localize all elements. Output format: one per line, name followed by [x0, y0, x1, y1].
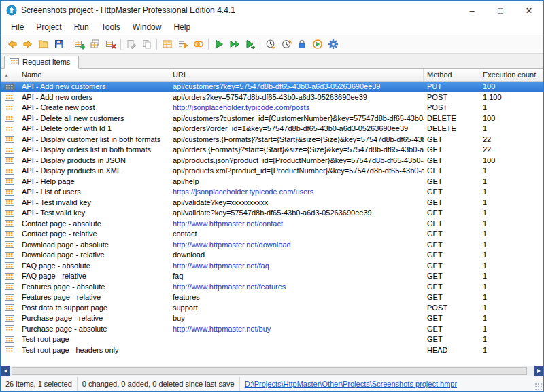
- maximize-button[interactable]: □: [486, 1, 515, 20]
- item-list-icon[interactable]: [159, 37, 175, 52]
- cell-method: GET: [424, 313, 479, 324]
- table-row[interactable]: FAQ page - relativefaqGET1: [1, 271, 543, 282]
- cell-name: API - Display customer list in both form…: [18, 135, 169, 145]
- copy-item-icon[interactable]: [139, 37, 154, 52]
- table-row[interactable]: API - Test invalid keyapi/validate?key=x…: [1, 198, 543, 209]
- request-item-icon: [1, 124, 18, 135]
- cell-execution-count: 1: [479, 219, 543, 230]
- menu-help[interactable]: Help: [167, 20, 197, 34]
- table-row[interactable]: Purchase page - absolutehttp://www.httpm…: [1, 324, 543, 335]
- menu-file[interactable]: File: [5, 20, 30, 34]
- back-icon[interactable]: [4, 37, 20, 52]
- cell-url: buy: [169, 313, 424, 324]
- cell-method: DELETE: [424, 113, 479, 124]
- table-row[interactable]: Contact page - relativecontactGET1: [1, 229, 543, 240]
- scroll-thumb[interactable]: [12, 367, 527, 375]
- minimize-button[interactable]: –: [458, 1, 486, 20]
- tab-request-items[interactable]: Request items: [4, 56, 79, 69]
- cell-name: API - Display products in XML: [18, 166, 169, 177]
- lock-icon[interactable]: [294, 37, 309, 52]
- column-header-icon[interactable]: ▲: [1, 69, 18, 81]
- table-row[interactable]: Features page - absolutehttp://www.httpm…: [1, 282, 543, 293]
- table-row[interactable]: Test root pageGET1: [1, 334, 543, 345]
- table-row[interactable]: API - Display products in JSONapi/produc…: [1, 156, 543, 166]
- request-item-icon: [1, 208, 18, 219]
- run-all-icon[interactable]: [226, 37, 242, 52]
- cell-method: GET: [424, 135, 479, 145]
- table-row[interactable]: API - Display products in XMLapi/product…: [1, 166, 543, 177]
- table-row[interactable]: Purchase page - relativebuyGET1: [1, 313, 543, 324]
- request-item-icon: [1, 250, 18, 261]
- column-header-method[interactable]: Method: [424, 69, 479, 81]
- run-sequence-icon[interactable]: [175, 37, 190, 52]
- grid-body: API - Add new customersapi/customers?key…: [1, 82, 543, 366]
- menubar: File Project Run Tools Window Help: [1, 20, 543, 35]
- request-item-icon: [1, 229, 18, 240]
- cell-url: http://www.httpmaster.net/contact: [169, 219, 424, 230]
- table-row[interactable]: API - Display customer list in both form…: [1, 135, 543, 145]
- table-row[interactable]: Download page - relativedownloadGET1: [1, 250, 543, 261]
- new-item-icon[interactable]: [71, 37, 87, 52]
- cell-method: POST: [424, 303, 479, 314]
- scroll-track[interactable]: [10, 366, 534, 376]
- table-row[interactable]: API - Add new customersapi/customers?key…: [1, 82, 543, 92]
- chain-icon[interactable]: [190, 37, 206, 52]
- table-row[interactable]: API - List of usershttps://jsonplacehold…: [1, 187, 543, 198]
- table-row[interactable]: Post data to support pagesupportPOST1: [1, 303, 543, 314]
- open-project-icon[interactable]: [35, 37, 51, 52]
- scroll-right-button[interactable]: [534, 366, 543, 376]
- scroll-left-button[interactable]: [1, 366, 10, 376]
- status-project-path-link[interactable]: D:\Projects\HttpMaster\Other\Projects\Sc…: [240, 377, 462, 391]
- resize-grip[interactable]: [534, 382, 543, 391]
- table-row[interactable]: API - Delete all new customersapi/custom…: [1, 113, 543, 124]
- delete-item-icon[interactable]: [103, 37, 118, 52]
- history-icon[interactable]: [262, 37, 278, 52]
- cell-execution-count: 1: [479, 313, 543, 324]
- table-row[interactable]: Download page - absolutehttp://www.httpm…: [1, 240, 543, 251]
- save-project-icon[interactable]: [51, 37, 67, 52]
- status-items-count: 26 items, 1 selected: [1, 377, 78, 391]
- request-items-icon: [10, 58, 19, 66]
- cell-execution-count: 1: [479, 261, 543, 272]
- cell-name: API - Add new orders: [18, 92, 169, 103]
- cell-method: GET: [424, 282, 479, 293]
- table-row[interactable]: API - Delete order with Id 1api/orders?o…: [1, 124, 543, 135]
- window-title: Screenshots project - HttpMaster Profess…: [21, 5, 458, 15]
- cell-method: GET: [424, 145, 479, 156]
- table-row[interactable]: Contact page - absolutehttp://www.httpma…: [1, 219, 543, 230]
- edit-item-icon[interactable]: [123, 37, 139, 52]
- menu-project[interactable]: Project: [30, 20, 67, 34]
- cell-url: http://jsonplaceholder.typicode.com/post…: [169, 103, 424, 113]
- table-row[interactable]: API - Display orders list in both format…: [1, 145, 543, 156]
- cell-execution-count: 100: [479, 82, 543, 92]
- menu-window[interactable]: Window: [126, 20, 168, 34]
- sort-ascending-icon: ▲: [4, 73, 9, 77]
- cell-name: API - Delete order with Id 1: [18, 124, 169, 135]
- duplicate-item-icon[interactable]: [87, 37, 103, 52]
- table-row[interactable]: FAQ page - absolutehttp://www.httpmaster…: [1, 261, 543, 272]
- cell-name: Download page - relative: [18, 250, 169, 261]
- cell-method: GET: [424, 187, 479, 198]
- table-row[interactable]: API - Add new ordersapi/orders?key=57547…: [1, 92, 543, 103]
- column-header-name[interactable]: Name: [18, 69, 169, 81]
- table-row[interactable]: Test root page - headers onlyHEAD1: [1, 345, 543, 356]
- request-item-icon: [1, 135, 18, 145]
- schedule-icon[interactable]: [278, 37, 294, 52]
- menu-run[interactable]: Run: [68, 20, 95, 34]
- close-button[interactable]: ✕: [515, 1, 543, 20]
- menu-tools[interactable]: Tools: [95, 20, 126, 34]
- settings-icon[interactable]: [325, 37, 341, 52]
- cell-execution-count: 1: [479, 229, 543, 240]
- table-row[interactable]: API - Test valid keyapi/validate?key=575…: [1, 208, 543, 219]
- cell-url: contact: [169, 229, 424, 240]
- column-header-execution-count[interactable]: Execution count: [479, 69, 543, 81]
- table-row[interactable]: API - Help pageapi/helpGET1: [1, 177, 543, 188]
- table-row[interactable]: API - Create new posthttp://jsonplacehol…: [1, 103, 543, 113]
- execute-icon[interactable]: [309, 37, 325, 52]
- forward-icon[interactable]: [20, 37, 35, 52]
- table-row[interactable]: Features page - relativefeaturesGET1: [1, 292, 543, 303]
- column-header-url[interactable]: URL: [169, 69, 424, 81]
- run-to-icon[interactable]: [242, 37, 258, 52]
- run-icon[interactable]: [211, 37, 226, 52]
- scroll-left-arrow-icon: [4, 369, 7, 373]
